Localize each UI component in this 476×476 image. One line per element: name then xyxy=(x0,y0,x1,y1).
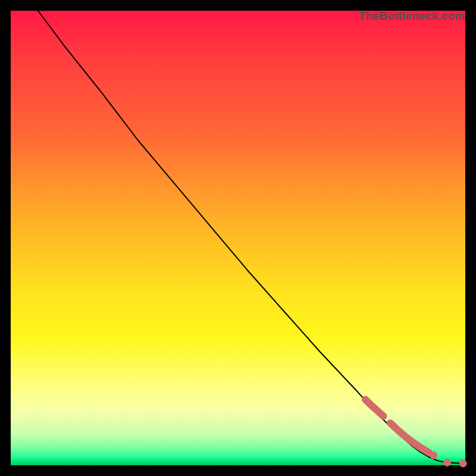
scatter-points xyxy=(365,399,466,467)
chart-svg xyxy=(11,11,465,465)
curve-line xyxy=(38,11,465,464)
plot-area: TheBottleneck.com xyxy=(11,11,465,465)
scatter-point xyxy=(459,460,466,467)
scatter-segment xyxy=(390,423,429,453)
scatter-point xyxy=(430,452,437,459)
chart-container: TheBottleneck.com xyxy=(0,0,476,476)
scatter-point xyxy=(443,459,450,466)
scatter-segment xyxy=(365,399,384,416)
